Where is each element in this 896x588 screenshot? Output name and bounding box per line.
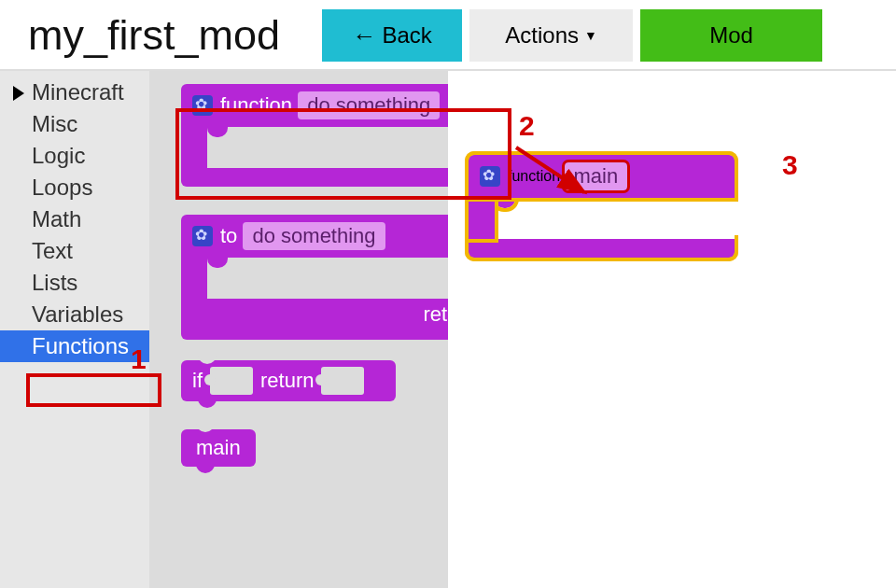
return-keyword: return (260, 369, 314, 393)
category-sidebar: Minecraft Misc Logic Loops Math Text Lis… (0, 71, 149, 588)
main-call-block[interactable]: main (181, 429, 256, 467)
blockly-canvas[interactable]: function main (448, 71, 896, 588)
canvas-function-block[interactable]: function main (469, 155, 735, 258)
function-keyword: function (220, 93, 292, 118)
function-name-field[interactable]: do something (243, 222, 385, 250)
value-slot[interactable] (321, 367, 364, 395)
category-misc[interactable]: Misc (0, 108, 149, 140)
gear-icon[interactable] (480, 166, 500, 187)
function-name-field[interactable]: do something (298, 91, 440, 119)
workspace: Minecraft Misc Logic Loops Math Text Lis… (0, 71, 896, 588)
caret-down-icon: ▼ (584, 28, 597, 43)
category-logic[interactable]: Logic (0, 140, 149, 172)
category-lists[interactable]: Lists (0, 267, 149, 299)
gear-icon[interactable] (192, 95, 213, 116)
function-keyword: function (508, 168, 560, 185)
category-functions[interactable]: Functions (0, 330, 149, 362)
header: my_first_mod ← Back Actions ▼ Mod (0, 0, 896, 71)
if-return-block[interactable]: if return (181, 360, 396, 401)
actions-button-label: Actions (505, 22, 579, 49)
mod-button[interactable]: Mod (640, 9, 822, 62)
condition-slot[interactable] (210, 367, 253, 395)
function-name-field-main[interactable]: main (565, 162, 628, 190)
arrow-left-icon: ← (352, 21, 376, 50)
category-variables[interactable]: Variables (0, 299, 149, 330)
category-math[interactable]: Math (0, 203, 149, 235)
toolbox-flyout: function do something to do something re… (149, 71, 448, 588)
mod-button-label: Mod (709, 22, 753, 49)
category-loops[interactable]: Loops (0, 172, 149, 203)
if-keyword: if (192, 369, 203, 393)
gear-icon[interactable] (192, 226, 213, 246)
mod-title: my_first_mod (28, 11, 280, 60)
main-call-label: main (196, 436, 241, 460)
to-keyword: to (220, 224, 237, 248)
back-button[interactable]: ← Back (322, 9, 462, 62)
category-minecraft[interactable]: Minecraft (0, 77, 149, 108)
category-text[interactable]: Text (0, 235, 149, 267)
actions-dropdown-button[interactable]: Actions ▼ (469, 9, 633, 62)
back-button-label: Back (382, 22, 431, 49)
